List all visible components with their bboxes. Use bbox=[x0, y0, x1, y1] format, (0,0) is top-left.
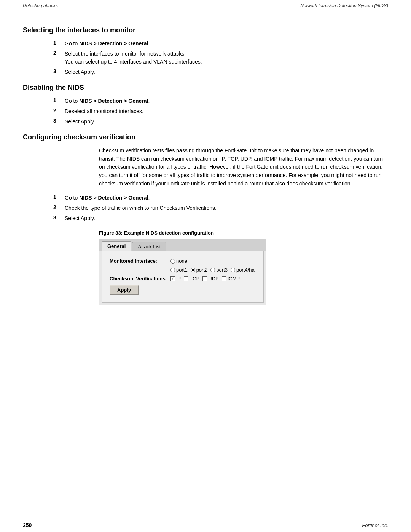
step-2-selecting: 2 Select the interfaces to monitor for n… bbox=[53, 50, 388, 66]
bold-text: NIDS > Detection > General bbox=[79, 40, 148, 46]
page-footer: 250 Fortinet Inc. bbox=[0, 518, 411, 532]
checksum-label: Checksum Verifications: bbox=[110, 276, 170, 281]
step-3-selecting: 3 Select Apply. bbox=[53, 68, 388, 76]
step-2-disabling: 2 Deselect all monitored interfaces. bbox=[53, 107, 388, 115]
radio-port1-label: port1 bbox=[176, 267, 188, 273]
radios-second-row: port1 port2 port3 bbox=[170, 267, 256, 273]
radio-port2[interactable]: port2 bbox=[191, 267, 208, 273]
radio-port2-circle[interactable] bbox=[191, 268, 195, 272]
step-text: Select Apply. bbox=[65, 68, 95, 76]
step-text: Go to NIDS > Detection > General. bbox=[65, 194, 150, 202]
step-num: 2 bbox=[53, 50, 65, 56]
checkbox-udp[interactable]: UDP bbox=[202, 276, 218, 281]
tab-general-label: General bbox=[107, 243, 126, 249]
section-heading-selecting: Selecting the interfaces to monitor bbox=[23, 26, 388, 34]
figure-caption: Figure 33: Example NIDS detection config… bbox=[99, 230, 388, 236]
step-1-disabling: 1 Go to NIDS > Detection > General. bbox=[53, 97, 388, 105]
main-content: Selecting the interfaces to monitor 1 Go… bbox=[0, 11, 411, 336]
checkbox-ip-label: IP bbox=[176, 276, 181, 281]
radio-port1-circle[interactable] bbox=[170, 268, 175, 272]
checkbox-icmp-box[interactable] bbox=[222, 276, 226, 281]
tab-general[interactable]: General bbox=[102, 241, 131, 251]
step-num: 1 bbox=[53, 40, 65, 46]
step-text: Select the interfaces to monitor for net… bbox=[65, 50, 202, 66]
step-text: Check the type of traffic on which to ru… bbox=[65, 204, 217, 212]
tab-bar: General Attack List bbox=[99, 239, 266, 251]
checkbox-icmp[interactable]: ICMP bbox=[222, 276, 240, 281]
footer-page-number: 250 bbox=[23, 522, 32, 528]
radio-port1[interactable]: port1 bbox=[170, 267, 188, 273]
section-heading-checksum: Configuring checksum verification bbox=[23, 133, 388, 141]
step-text: Select Apply. bbox=[65, 118, 95, 126]
checkbox-tcp[interactable]: TCP bbox=[184, 276, 199, 281]
radio-port4ha[interactable]: port4/ha bbox=[231, 267, 255, 273]
step-text: Go to NIDS > Detection > General. bbox=[65, 40, 150, 48]
radio-none-circle[interactable] bbox=[170, 259, 175, 264]
monitored-interface-row: Monitored Interface: none bbox=[110, 258, 256, 264]
monitored-interface-controls: none bbox=[170, 258, 187, 264]
checksum-body-text: Checksum verification tests files passin… bbox=[99, 147, 388, 188]
step-1-checksum: 1 Go to NIDS > Detection > General. bbox=[53, 194, 388, 202]
checkbox-tcp-label: TCP bbox=[190, 276, 199, 281]
checkbox-ip-box[interactable] bbox=[170, 276, 175, 281]
header-left: Detecting attacks bbox=[23, 3, 58, 8]
nids-content-area: Monitored Interface: none bbox=[102, 251, 264, 303]
section-selecting-interfaces: Selecting the interfaces to monitor 1 Go… bbox=[23, 26, 388, 76]
tab-attack-list[interactable]: Attack List bbox=[132, 242, 166, 251]
steps-selecting: 1 Go to NIDS > Detection > General. 2 Se… bbox=[53, 40, 388, 76]
checkbox-udp-box[interactable] bbox=[202, 276, 207, 281]
checkbox-ip[interactable]: IP bbox=[170, 276, 181, 281]
step-num: 3 bbox=[53, 118, 65, 124]
step-3-checksum: 3 Select Apply. bbox=[53, 214, 388, 222]
step-text: Go to NIDS > Detection > General. bbox=[65, 97, 150, 105]
monitored-interface-label: Monitored Interface: bbox=[110, 258, 170, 264]
radio-port4ha-circle[interactable] bbox=[231, 268, 235, 272]
section-checksum: Configuring checksum verification Checks… bbox=[23, 133, 388, 305]
page-container: Detecting attacks Network Intrusion Dete… bbox=[0, 0, 411, 532]
port-radio-controls: port1 port2 port3 bbox=[170, 267, 256, 273]
checkbox-tcp-box[interactable] bbox=[184, 276, 188, 281]
step-num: 3 bbox=[53, 68, 65, 74]
checkbox-icmp-label: ICMP bbox=[228, 276, 240, 281]
step-num: 2 bbox=[53, 204, 65, 210]
radio-none[interactable]: none bbox=[170, 258, 187, 264]
radio-port3[interactable]: port3 bbox=[210, 267, 228, 273]
nids-ui-box: General Attack List Monitored Interface: bbox=[99, 239, 266, 305]
bold-text: NIDS > Detection > General bbox=[79, 98, 148, 104]
step-num: 2 bbox=[53, 107, 65, 113]
radio-port2-label: port2 bbox=[196, 267, 208, 273]
checkbox-udp-label: UDP bbox=[208, 276, 218, 281]
steps-checksum: 1 Go to NIDS > Detection > General. 2 Ch… bbox=[53, 194, 388, 222]
section-heading-disabling: Disabling the NIDS bbox=[23, 84, 388, 92]
step-text: Select Apply. bbox=[65, 214, 95, 222]
footer-company-name: Fortinet Inc. bbox=[362, 522, 388, 528]
step-num: 3 bbox=[53, 214, 65, 220]
section-disabling-nids: Disabling the NIDS 1 Go to NIDS > Detect… bbox=[23, 84, 388, 126]
step-text: Deselect all monitored interfaces. bbox=[65, 107, 143, 115]
step-3-disabling: 3 Select Apply. bbox=[53, 118, 388, 126]
apply-btn-row: Apply bbox=[110, 285, 256, 295]
bold-text: NIDS > Detection > General bbox=[79, 195, 148, 201]
step-num: 1 bbox=[53, 194, 65, 200]
checksum-controls: IP TCP UDP bbox=[170, 276, 240, 281]
step-num: 1 bbox=[53, 97, 65, 103]
page-header: Detecting attacks Network Intrusion Dete… bbox=[0, 0, 411, 11]
apply-button[interactable]: Apply bbox=[110, 285, 139, 295]
radio-port3-circle[interactable] bbox=[210, 268, 215, 272]
radio-port3-label: port3 bbox=[216, 267, 228, 273]
steps-disabling: 1 Go to NIDS > Detection > General. 2 De… bbox=[53, 97, 388, 126]
header-right: Network Intrusion Detection System (NIDS… bbox=[300, 3, 388, 8]
tab-attack-list-label: Attack List bbox=[138, 244, 161, 249]
checksum-row: Checksum Verifications: IP bbox=[110, 276, 256, 281]
radio-port4ha-label: port4/ha bbox=[236, 267, 255, 273]
radio-none-label: none bbox=[176, 258, 187, 264]
step-2-checksum: 2 Check the type of traffic on which to … bbox=[53, 204, 388, 212]
step-1-selecting: 1 Go to NIDS > Detection > General. bbox=[53, 40, 388, 48]
nids-ui-wrapper: General Attack List Monitored Interface: bbox=[99, 239, 388, 305]
